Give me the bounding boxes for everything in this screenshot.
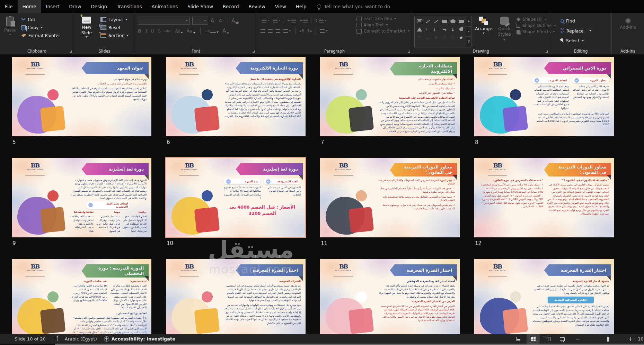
accessibility-status[interactable]: Accessibility: Investigate — [104, 336, 175, 342]
slide-indicator[interactable]: Slide 10 of 20 — [15, 336, 46, 342]
bullets-button[interactable] — [261, 17, 271, 24]
character-spacing-button[interactable]: AV — [175, 29, 183, 33]
scribble-shape-icon[interactable]: ∿ — [434, 35, 438, 39]
add-ins-button[interactable]: Add-ins — [614, 17, 642, 31]
align-center-icon[interactable] — [268, 29, 273, 33]
font-name-select[interactable] — [138, 17, 190, 25]
right-arrow-shape-icon[interactable]: → — [442, 27, 447, 32]
menu-insert[interactable]: Insert — [41, 0, 64, 13]
slide-thumbnail-14[interactable]: BBBRILLIANT BRAINاختبار القدرة المعرفيةا… — [166, 259, 306, 334]
slide-thumbnail-11[interactable]: BBBRILLIANT BRAINمحاور الدورات التدريبية… — [320, 158, 460, 237]
line-spacing-button[interactable]: ↕ — [313, 17, 328, 24]
slide-thumbnail-12[interactable]: BBBRILLIANT BRAINمحاور الدورات التدريبية… — [474, 158, 614, 237]
columns-button[interactable] — [320, 29, 328, 33]
paste-button[interactable]: Paste — [2, 15, 18, 47]
line-shape-icon[interactable] — [426, 19, 430, 23]
zoom-slider-thumb[interactable] — [607, 337, 609, 342]
menu-home[interactable]: Home — [18, 0, 41, 13]
bold-button[interactable]: B — [138, 28, 141, 34]
rectangle-shape-icon[interactable] — [442, 20, 447, 23]
increase-indent-button[interactable]: → — [298, 17, 309, 24]
rounded-rectangle-shape-icon[interactable] — [459, 20, 464, 23]
decrease-indent-button[interactable]: ← — [286, 17, 297, 24]
format-painter-button[interactable]: Format Painter — [19, 32, 62, 39]
menu-review[interactable]: Review — [244, 0, 270, 13]
gallery-more-button[interactable] — [466, 37, 471, 47]
language-status[interactable]: Arabic (Egypt) — [65, 336, 97, 342]
tell-me-search[interactable]: Tell me what you want to do — [317, 0, 390, 13]
arrow-line-shape-icon[interactable] — [434, 19, 439, 23]
slideshow-button[interactable] — [556, 334, 569, 344]
font-dialog-launcher-icon[interactable] — [252, 50, 255, 53]
copy-button[interactable]: Copy — [19, 24, 62, 31]
italic-button[interactable]: I — [145, 28, 147, 34]
menu-design[interactable]: Design — [86, 0, 112, 13]
shape-gallery[interactable]: → ↓ ◠ ◡ ∿ ◌ ◌ ★ — [414, 16, 466, 47]
select-button[interactable]: Select — [558, 37, 609, 44]
slide-thumbnail-15[interactable]: BBBRILLIANT BRAINاختبار القدرة المعرفيةأ… — [320, 259, 460, 334]
star-shape-icon[interactable]: ★ — [459, 35, 464, 40]
gallery-scroll-down[interactable] — [466, 27, 471, 37]
align-text-button[interactable]: Align Text — [356, 22, 410, 27]
zoom-in-button[interactable]: + — [628, 336, 633, 342]
menu-help[interactable]: Help — [291, 0, 311, 13]
text-direction-button[interactable]: Text Direction — [356, 16, 410, 21]
elbow-connector-icon[interactable] — [426, 28, 430, 31]
drawing-dialog-launcher-icon[interactable] — [545, 50, 548, 53]
slide-thumbnail-6[interactable]: BBBRILLIANT BRAINدورة التجارة الالكتروني… — [166, 57, 306, 136]
convert-to-smartart-button[interactable]: Convert to SmartArt — [356, 29, 410, 34]
menu-animations[interactable]: Animations — [147, 0, 183, 13]
underline-button[interactable]: U — [151, 28, 154, 34]
slide-thumbnail-8[interactable]: BBBRILLIANT BRAINدورة الامن السيبرانيمحا… — [474, 57, 614, 136]
zoom-percentage[interactable]: 10 — [638, 336, 644, 342]
align-left-icon[interactable] — [261, 29, 265, 33]
menu-slide-show[interactable]: Slide Show — [183, 0, 218, 13]
quick-styles-button[interactable]: QuickStyles — [496, 15, 513, 47]
change-case-button[interactable]: Aa — [187, 28, 195, 34]
layout-button[interactable]: Layout — [98, 16, 131, 23]
text-shadow-button[interactable]: S — [158, 28, 161, 34]
menu-record[interactable]: Record — [218, 0, 244, 13]
reading-view-button[interactable] — [541, 334, 554, 344]
strikethrough-button[interactable]: abc — [165, 29, 171, 33]
text-box-shape-icon[interactable] — [417, 19, 422, 23]
ltr-direction-button[interactable]: ▸¶ — [300, 29, 304, 33]
replace-button[interactable]: abac Replace — [558, 27, 609, 35]
proofing-icon[interactable] — [53, 337, 58, 341]
curve-shape-icon[interactable]: ◡ — [426, 35, 430, 39]
slide-sorter-view-button[interactable] — [527, 334, 540, 344]
normal-view-button[interactable] — [512, 334, 525, 344]
arrange-button[interactable]: Arrange — [473, 15, 494, 47]
freeform-shape-icon[interactable]: ◌ — [443, 35, 446, 39]
freeform-shape-icon[interactable]: ◌ — [451, 35, 455, 39]
font-color-button[interactable]: A — [222, 28, 229, 34]
section-button[interactable]: Section — [98, 32, 131, 39]
down-arrow-shape-icon[interactable]: ↓ — [451, 27, 455, 32]
reset-button[interactable]: Reset — [98, 24, 131, 31]
chord-shape-icon[interactable] — [459, 27, 463, 31]
slide-thumbnail-9[interactable]: BBBRILLIANT BRAINدورة لغة إنجليزيةالدورة… — [12, 158, 151, 237]
slide-thumbnail-13[interactable]: BBBRILLIANT BRAINالدورة التدريبيه : دورة… — [12, 259, 151, 334]
menu-draw[interactable]: Draw — [64, 0, 86, 13]
triangle-shape-icon[interactable] — [417, 27, 422, 31]
grow-font-button[interactable]: Aˆ — [211, 18, 217, 24]
menu-transitions[interactable]: Transitions — [112, 0, 147, 13]
highlight-color-button[interactable]: ab — [205, 29, 219, 33]
paragraph-dialog-launcher-icon[interactable] — [407, 50, 410, 53]
gallery-scroll-up[interactable] — [466, 16, 471, 27]
menu-view[interactable]: View — [270, 0, 291, 13]
clipboard-dialog-launcher-icon[interactable] — [69, 50, 72, 53]
cut-button[interactable]: ✂ Cut — [19, 16, 62, 23]
slide-thumbnail-16[interactable]: BBBRILLIANT BRAINاختبار القدرة المعرفيةم… — [474, 259, 614, 334]
font-size-select[interactable] — [192, 17, 208, 25]
find-button[interactable]: Find — [558, 17, 609, 25]
oval-shape-icon[interactable] — [450, 19, 456, 23]
slide-thumbnail-7[interactable]: BBBRILLIANT BRAINمتطلبات التجارة الالكتر… — [320, 57, 460, 136]
curve-shape-icon[interactable]: ◠ — [418, 35, 421, 39]
menu-file[interactable]: File — [0, 0, 18, 13]
zoom-out-button[interactable]: − — [575, 336, 580, 342]
slide-thumbnail-5[interactable]: BBBRILLIANT BRAINعنوان المعهدونرحب بكم ف… — [12, 57, 151, 136]
numbering-button[interactable] — [272, 17, 282, 24]
rtl-direction-button[interactable]: ¶◂ — [307, 29, 312, 33]
slide-thumbnail-10[interactable]: BBBRILLIANT BRAINدورة لغة إنجليزيةالفئة … — [166, 158, 306, 237]
